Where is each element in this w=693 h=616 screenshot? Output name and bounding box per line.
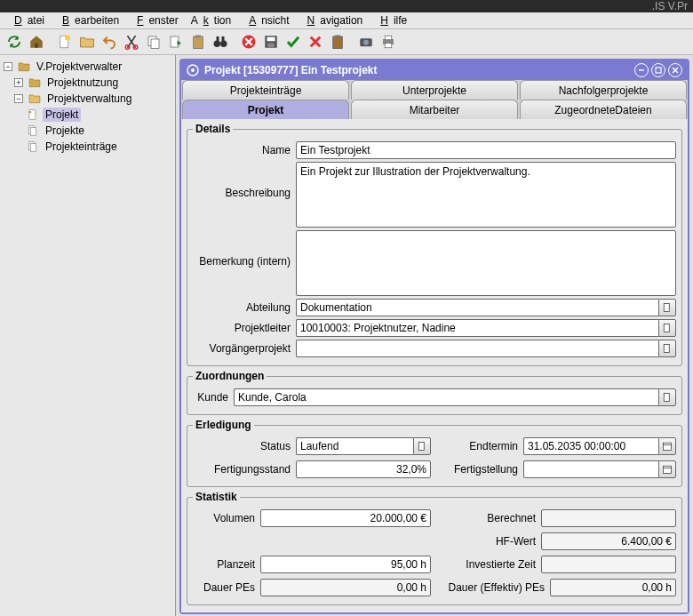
menu-hilfe[interactable]: Hilfe (370, 12, 412, 28)
svg-rect-12 (217, 36, 219, 42)
menu-ansicht[interactable]: Ansicht (238, 12, 294, 28)
hfwert-value: 6.400,00 € (541, 532, 676, 550)
projektleiter-label: Projektleiter (193, 322, 291, 334)
svg-rect-30 (31, 144, 36, 152)
dauer-pes-label: Dauer PEs (193, 581, 255, 594)
svg-point-2 (65, 36, 70, 41)
investierte-label: Investierte Zeit (438, 558, 536, 571)
fertigstellung-input[interactable] (523, 460, 658, 478)
bemerkung-label: Bemerkung (intern) (193, 230, 291, 268)
fertigungsstand-input[interactable]: 32,0% (296, 460, 431, 478)
vorgaenger-input[interactable] (296, 340, 658, 357)
planzeit-input[interactable]: 95,00 h (260, 556, 431, 573)
print-icon[interactable] (378, 31, 399, 52)
status-input[interactable]: Laufend (296, 437, 413, 455)
menu-bearbeiten[interactable]: Bearbeiten (52, 12, 124, 28)
beschreibung-input[interactable]: Ein Projekt zur Illustration der Projekt… (296, 162, 676, 228)
tree-projektverwaltung[interactable]: − Projektverwaltung (2, 91, 173, 107)
projektleiter-input[interactable]: 10010003: Projektnutzer, Nadine (296, 319, 658, 337)
fertigstellung-picker-button[interactable] (658, 460, 676, 478)
paste-icon[interactable] (187, 31, 209, 52)
open-icon[interactable] (76, 31, 98, 52)
kunde-input[interactable]: Kunde, Carola (234, 388, 658, 406)
tab-projekt[interactable]: Projekt (182, 100, 349, 119)
collapse-icon[interactable]: − (14, 94, 23, 103)
vorgaenger-picker-button[interactable] (658, 340, 676, 357)
name-input[interactable]: Ein Testprojekt (296, 141, 676, 159)
tree-label: Projekteinträge (43, 140, 120, 154)
export-icon[interactable] (165, 31, 187, 52)
refresh-icon[interactable] (4, 31, 25, 52)
binoculars-icon[interactable] (210, 31, 231, 52)
home-icon[interactable] (26, 31, 47, 52)
maximize-button[interactable] (651, 63, 665, 77)
tab-unterprojekte[interactable]: Unterprojekte (351, 80, 518, 100)
volumen-input[interactable]: 20.000,00 € (260, 509, 431, 527)
inner-window: Projekt [15309777] Ein Testprojekt Proje… (179, 59, 689, 614)
clipboard-icon[interactable] (327, 31, 348, 52)
erledigung-legend: Erledigung (193, 419, 254, 431)
ok-icon[interactable] (283, 31, 304, 52)
collapse-icon[interactable]: − (4, 62, 12, 71)
menu-fenster[interactable]: Fenster (126, 12, 184, 28)
fertigungsstand-label: Fertigungsstand (193, 463, 291, 476)
svg-rect-17 (267, 44, 275, 48)
save-icon[interactable] (260, 31, 282, 52)
camera-icon[interactable] (355, 31, 377, 52)
svg-rect-16 (267, 37, 275, 42)
tree-projektnutzung[interactable]: + Projektnutzung (2, 75, 173, 91)
close-button[interactable] (668, 63, 682, 77)
svg-rect-8 (194, 36, 203, 49)
svg-rect-28 (31, 128, 36, 136)
tab-nachfolgerprojekte[interactable]: Nachfolgerprojekte (520, 80, 687, 100)
menu-aktion[interactable]: Aktion (186, 12, 236, 28)
menubar: Datei Bearbeiten Fenster Aktion Ansicht … (0, 12, 693, 29)
expand-icon[interactable]: + (14, 78, 23, 87)
new-icon[interactable] (54, 31, 76, 52)
cut-icon[interactable] (121, 31, 142, 52)
kunde-picker-button[interactable] (658, 388, 676, 406)
kunde-label: Kunde (193, 391, 228, 404)
menu-navigation[interactable]: Navigation (297, 12, 369, 28)
tab-projekteintraege[interactable]: Projekteinträge (182, 80, 349, 100)
svg-rect-40 (664, 443, 672, 450)
tree-projekte[interactable]: Projekte (2, 123, 173, 139)
svg-rect-37 (664, 345, 669, 353)
beschreibung-label: Beschreibung (193, 162, 291, 199)
tree-root[interactable]: − V.Projektverwalter (2, 59, 173, 75)
svg-point-32 (191, 68, 195, 72)
endtermin-input[interactable]: 31.05.2035 00:00:00 (523, 437, 658, 455)
minimize-button[interactable] (634, 63, 649, 77)
statistik-legend: Statistik (193, 491, 240, 503)
bemerkung-input[interactable] (296, 230, 676, 296)
details-fieldset: Details Name Ein Testprojekt Beschreibun… (187, 123, 682, 366)
cancel-icon[interactable] (238, 31, 259, 52)
menu-datei[interactable]: Datei (4, 12, 50, 28)
dauer-effektiv-value: 0,00 h (550, 579, 676, 596)
tree-projekt[interactable]: Projekt (2, 107, 173, 123)
abteilung-picker-button[interactable] (658, 299, 676, 316)
dauer-pes-value: 0,00 h (260, 579, 431, 596)
svg-rect-18 (333, 36, 343, 49)
svg-rect-19 (335, 36, 340, 38)
folder-open-icon (28, 92, 41, 105)
tab-mitarbeiter[interactable]: Mitarbeiter (351, 100, 518, 119)
tree-panel: − V.Projektverwalter + Projektnutzung − … (0, 55, 176, 616)
copy-icon[interactable] (143, 31, 164, 52)
svg-rect-34 (656, 68, 661, 73)
svg-rect-6 (151, 39, 159, 49)
tab-zugeordnetedateien[interactable]: ZugeordneteDateien (520, 100, 687, 119)
zuordnungen-fieldset: Zuordnungen Kunde Kunde, Carola (187, 370, 682, 415)
delete-icon[interactable] (305, 31, 326, 52)
undo-icon[interactable] (99, 31, 120, 52)
tree-projekteintraege[interactable]: Projekteinträge (2, 139, 173, 155)
endtermin-picker-button[interactable] (658, 437, 676, 455)
svg-point-21 (363, 40, 369, 45)
projektleiter-picker-button[interactable] (658, 319, 676, 337)
abteilung-input[interactable]: Dokumentation (296, 299, 658, 316)
name-label: Name (193, 144, 291, 156)
status-picker-button[interactable] (413, 437, 431, 455)
inner-titlebar: Projekt [15309777] Ein Testprojekt (181, 60, 688, 80)
os-titlebar: .IS V.Pr (0, 0, 693, 12)
svg-rect-35 (664, 304, 669, 312)
